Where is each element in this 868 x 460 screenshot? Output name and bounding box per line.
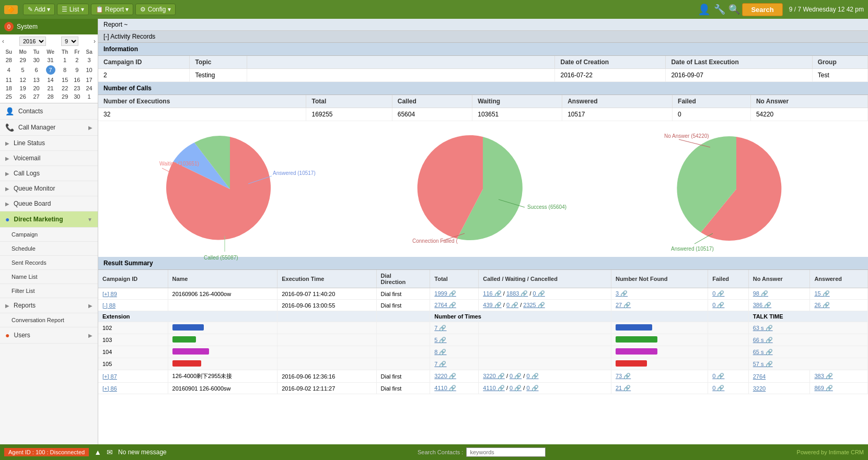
activity-records-toggle[interactable]: [-] Activity Records [98,31,868,43]
rs-na-link[interactable]: 2764 [753,373,766,380]
rs-cwc-link3[interactable]: 0 🔗 [526,385,538,391]
sidebar-item-queue-monitor[interactable]: ▶ Queue Monitor [0,181,98,196]
cal-day[interactable]: 13 [30,76,43,84]
list-button[interactable]: ☰ List ▾ [57,4,88,15]
add-button[interactable]: ✎ Add ▾ [23,4,55,15]
sidebar-item-conversation-report[interactable]: Conversation Report [0,313,98,327]
rs-na-link[interactable]: 3220 [753,385,766,392]
rs-nf-link[interactable]: 3 🔗 [616,290,628,297]
search-icon-btn[interactable]: 🔍 [728,4,740,15]
sidebar-item-campaign[interactable]: Campaign [0,228,98,242]
rs-cwc-link2[interactable]: 0 🔗 [510,373,522,379]
cal-day[interactable]: 25 [2,92,16,101]
settings-icon-btn[interactable]: 🔧 [714,4,725,15]
ext-talk-link[interactable]: 66 s 🔗 [753,337,773,343]
cal-day[interactable]: 2 [72,56,83,64]
rs-cwc-link[interactable]: 3220 🔗 [483,373,505,379]
cal-day[interactable]: 18 [2,84,16,92]
rs-failed-link[interactable]: 0 🔗 [712,385,724,391]
cal-day[interactable]: 24 [83,84,96,92]
cal-day[interactable]: 22 [59,84,72,92]
ext-times-link[interactable]: 5 🔗 [434,337,446,343]
rs-nf-link[interactable]: 73 🔗 [616,373,631,379]
cal-day[interactable]: 28 [42,92,58,101]
rs-total-link[interactable]: 3220 🔗 [434,373,456,379]
cal-day[interactable]: 30 [30,56,43,64]
ext-times-link[interactable]: 7 🔗 [434,325,446,331]
rs-cwc-link[interactable]: 4110 🔗 [483,385,505,391]
rs-failed-link[interactable]: 0 🔗 [712,302,724,308]
rs-id-link[interactable]: [+] 86 [102,385,117,392]
cal-day[interactable]: 10 [83,64,96,76]
cal-today[interactable]: 7 [46,65,55,75]
cal-day[interactable]: 1 [59,56,72,64]
cal-day[interactable]: 9 [72,64,83,76]
rs-na-link[interactable]: 386 🔗 [753,302,771,308]
cal-day[interactable]: 29 [16,56,30,64]
rs-id-link[interactable]: [+] 89 [102,291,117,297]
cal-day[interactable]: 26 [16,92,30,101]
sidebar-item-call-manager[interactable]: 📞 Call Manager ▶ [0,120,98,136]
rs-cwc-link2[interactable]: 0 🔗 [510,385,522,391]
sidebar-item-call-logs[interactable]: ▶ Call Logs [0,166,98,181]
cal-day[interactable]: 8 [59,64,72,76]
cal-day[interactable]: 29 [59,92,72,101]
ext-times-link[interactable]: 7 🔗 [434,361,446,367]
rs-cwc-link2[interactable]: 0 🔗 [506,302,518,308]
cal-year-select[interactable]: 2016 [19,37,46,46]
rs-id-link[interactable]: [+] 87 [102,373,117,380]
cal-day[interactable]: 19 [16,84,30,92]
rs-ans-link[interactable]: 15 🔗 [814,290,829,297]
rs-cwc-link[interactable]: 116 🔗 [483,290,501,297]
ext-times-link[interactable]: 8 🔗 [434,349,446,355]
user-icon-btn[interactable]: 👤 [698,3,711,16]
cal-day[interactable]: 21 [42,84,58,92]
sidebar-item-line-status[interactable]: ▶ Line Status [0,136,98,151]
rs-nf-link[interactable]: 21 🔗 [616,385,631,391]
rs-id-link[interactable]: [-] 88 [102,302,115,309]
ext-talk-link[interactable]: 65 s 🔗 [753,349,773,355]
cal-day[interactable]: 31 [42,56,58,64]
sidebar-item-sent-records[interactable]: Sent Records [0,256,98,270]
cal-day[interactable]: 14 [42,76,58,84]
cal-day[interactable]: 4 [2,64,16,76]
cal-month-select[interactable]: 9 [61,37,78,46]
cal-day[interactable]: 1 [83,92,96,101]
rs-cwc-link3[interactable]: 0 🔗 [526,373,538,379]
rs-ans-link[interactable]: 869 🔗 [814,385,832,391]
ext-talk-link[interactable]: 63 s 🔗 [753,325,773,331]
rs-failed-link[interactable]: 0 🔗 [712,373,724,379]
rs-failed-link[interactable]: 0 🔗 [712,290,724,297]
cal-day[interactable]: 27 [30,92,43,101]
report-button[interactable]: 📋 Report ▾ [91,4,134,15]
cal-day[interactable]: 15 [59,76,72,84]
sidebar-item-users[interactable]: ● Users ▶ [0,327,98,344]
sidebar-item-filter-list[interactable]: Filter List [0,284,98,298]
rs-na-link[interactable]: 98 🔗 [753,290,768,297]
rs-ans-link[interactable]: 26 🔗 [814,302,829,308]
cal-day[interactable]: 12 [16,76,30,84]
cal-next-button[interactable]: › [94,38,96,45]
sidebar-item-name-list[interactable]: Name List [0,270,98,284]
ext-talk-link[interactable]: 57 s 🔗 [753,361,773,367]
rs-ans-link[interactable]: 383 🔗 [814,373,832,379]
rs-cwc-link[interactable]: 439 🔗 [483,302,501,308]
rs-cwc-link2[interactable]: 1883 🔗 [506,290,528,297]
sidebar-item-schedule[interactable]: Schedule [0,242,98,256]
rs-total-link[interactable]: 4110 🔗 [434,385,456,391]
cal-day[interactable]: 5 [16,64,30,76]
rs-cwc-link3[interactable]: 2325 🔗 [523,302,545,308]
sidebar-item-queue-board[interactable]: ▶ Queue Board [0,196,98,211]
cal-day[interactable]: 11 [2,76,16,84]
sidebar-item-reports[interactable]: ▶ Reports ▶ [0,298,98,313]
rs-cwc-link3[interactable]: 0 🔗 [533,290,545,297]
cal-day[interactable]: 20 [30,84,43,92]
cal-day[interactable]: 30 [72,92,83,101]
rs-total-link[interactable]: 1999 🔗 [434,290,456,297]
cal-day[interactable]: 3 [83,56,96,64]
sidebar-item-contacts[interactable]: 👤 Contacts [0,103,98,120]
rs-total-link[interactable]: 2764 🔗 [434,302,456,308]
rs-nf-link[interactable]: 27 🔗 [616,302,631,308]
sidebar-item-direct-marketing[interactable]: ● Direct Marketing ▼ [0,211,98,228]
search-button[interactable]: Search [742,3,782,16]
